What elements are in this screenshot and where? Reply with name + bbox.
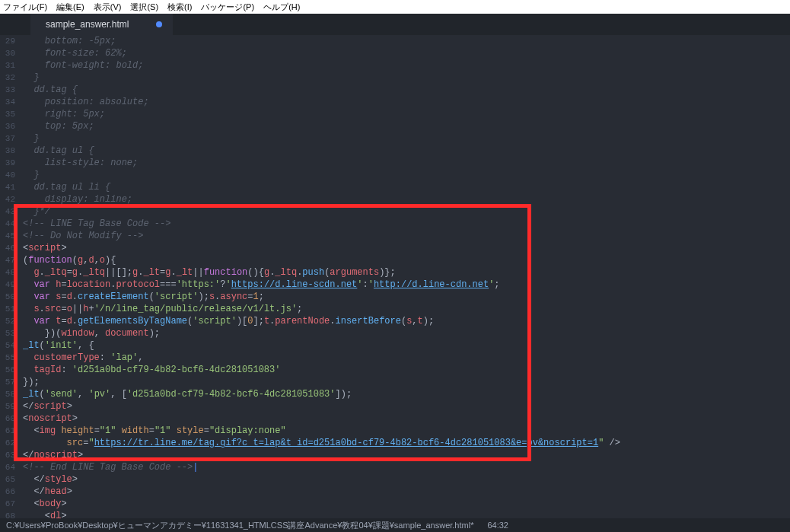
code-line[interactable]: customerType: 'lap', <box>23 352 790 364</box>
menu-view[interactable]: 表示(V) <box>94 2 122 13</box>
code-line[interactable]: g._ltq=g._ltq||[];g._lt=g._lt||function(… <box>23 266 790 279</box>
code-line[interactable]: <!-- Do Not Modify --> <box>23 230 790 242</box>
menu-help[interactable]: ヘルプ(H) <box>263 2 300 13</box>
code-line[interactable]: var t=d.getElementsByTagName('script')[0… <box>23 315 790 327</box>
line-number: 34 <box>0 96 18 108</box>
line-number: 58 <box>0 388 18 400</box>
line-number: 46 <box>0 242 18 254</box>
code-line[interactable]: _lt('init', { <box>23 339 790 352</box>
code-line[interactable]: })(window, document); <box>23 327 790 339</box>
code-line[interactable]: list-style: none; <box>23 157 790 169</box>
code-line[interactable]: }); <box>23 376 790 388</box>
code-line[interactable]: var s=d.createElement('script');s.async=… <box>23 291 790 303</box>
code-line[interactable]: <body> <box>23 498 790 510</box>
line-number: 64 <box>0 461 18 473</box>
code-line[interactable]: var h=location.protocol==='https:'?'http… <box>23 279 790 291</box>
line-number: 54 <box>0 339 18 352</box>
menu-select[interactable]: 選択(S) <box>130 2 158 13</box>
tab-sample-answer[interactable]: sample_answer.html <box>30 14 173 35</box>
code-line[interactable]: display: inline; <box>23 193 790 205</box>
code-line[interactable]: src="https://tr.line.me/tag.gif?c_t=lap&… <box>23 437 790 449</box>
line-number: 29 <box>0 35 18 47</box>
line-number: 44 <box>0 218 18 230</box>
editor[interactable]: 2930313233343536373839404142434445464748… <box>0 35 790 519</box>
tab-bar: sample_answer.html <box>0 14 790 35</box>
code-line[interactable]: bottom: -5px; <box>23 35 790 47</box>
line-number: 32 <box>0 72 18 84</box>
tab-modified-icon <box>156 21 162 27</box>
code-line[interactable]: tagId: 'd251a0bd-cf79-4b82-bcf6-4dc28105… <box>23 364 790 376</box>
menubar: ファイル(F) 編集(E) 表示(V) 選択(S) 検索(I) パッケージ(P)… <box>0 0 790 14</box>
code-line[interactable]: <img height="1" width="1" style="display… <box>23 425 790 437</box>
line-number: 52 <box>0 315 18 327</box>
code-line[interactable]: } <box>23 169 790 181</box>
line-number: 30 <box>0 47 18 59</box>
line-number: 41 <box>0 181 18 193</box>
status-bar: C:¥Users¥ProBook¥Desktop¥ヒューマンアカデミー¥1163… <box>0 518 790 532</box>
menu-file[interactable]: ファイル(F) <box>3 2 47 13</box>
tab-title: sample_answer.html <box>46 19 129 30</box>
code-line[interactable]: top: 5px; <box>23 120 790 132</box>
code-line[interactable]: }*/ <box>23 205 790 218</box>
line-number: 48 <box>0 266 18 279</box>
line-number: 60 <box>0 413 18 425</box>
line-number: 39 <box>0 157 18 169</box>
code-line[interactable]: position: absolute; <box>23 96 790 108</box>
line-number: 51 <box>0 303 18 315</box>
code-line[interactable]: dd.tag ul { <box>23 145 790 157</box>
code-line[interactable]: dd.tag { <box>23 84 790 96</box>
line-number: 33 <box>0 84 18 96</box>
line-number: 67 <box>0 498 18 510</box>
line-number: 62 <box>0 437 18 449</box>
code-line[interactable]: s.src=o||h+'/n/line_tag/public/release/v… <box>23 303 790 315</box>
line-number: 38 <box>0 145 18 157</box>
code-line[interactable]: (function(g,d,o){ <box>23 254 790 266</box>
line-number: 31 <box>0 59 18 72</box>
status-cursor-pos[interactable]: 64:32 <box>487 521 508 530</box>
code-line[interactable]: </script> <box>23 400 790 413</box>
line-number: 42 <box>0 193 18 205</box>
code-line[interactable]: font-size: 62%; <box>23 47 790 59</box>
line-number: 50 <box>0 291 18 303</box>
line-number: 49 <box>0 279 18 291</box>
code-line[interactable]: <!-- LINE Tag Base Code --> <box>23 218 790 230</box>
code-area[interactable]: bottom: -5px; font-size: 62%; font-weigh… <box>18 35 790 519</box>
line-number: 36 <box>0 120 18 132</box>
code-line[interactable]: </noscript> <box>23 449 790 461</box>
line-number: 43 <box>0 205 18 218</box>
line-number: 45 <box>0 230 18 242</box>
line-gutter: 2930313233343536373839404142434445464748… <box>0 35 18 519</box>
code-line[interactable]: } <box>23 132 790 145</box>
code-line[interactable]: } <box>23 72 790 84</box>
code-line[interactable]: _lt('send', 'pv', ['d251a0bd-cf79-4b82-b… <box>23 388 790 400</box>
code-line[interactable]: </head> <box>23 486 790 498</box>
line-number: 47 <box>0 254 18 266</box>
line-number: 63 <box>0 449 18 461</box>
code-line[interactable]: <!-- End LINE Tag Base Code -->| <box>23 461 790 473</box>
code-line[interactable]: font-weight: bold; <box>23 59 790 72</box>
line-number: 53 <box>0 327 18 339</box>
menu-packages[interactable]: パッケージ(P) <box>201 2 254 13</box>
menu-edit[interactable]: 編集(E) <box>56 2 84 13</box>
code-line[interactable]: </style> <box>23 473 790 486</box>
code-line[interactable]: dd.tag ul li { <box>23 181 790 193</box>
status-path[interactable]: C:¥Users¥ProBook¥Desktop¥ヒューマンアカデミー¥1163… <box>6 520 473 531</box>
line-number: 66 <box>0 486 18 498</box>
menu-search[interactable]: 検索(I) <box>167 2 192 13</box>
line-number: 57 <box>0 376 18 388</box>
line-number: 61 <box>0 425 18 437</box>
code-line[interactable]: <script> <box>23 242 790 254</box>
line-number: 40 <box>0 169 18 181</box>
line-number: 35 <box>0 108 18 120</box>
line-number: 59 <box>0 400 18 413</box>
code-line[interactable]: <noscript> <box>23 413 790 425</box>
line-number: 65 <box>0 473 18 486</box>
line-number: 56 <box>0 364 18 376</box>
line-number: 37 <box>0 132 18 145</box>
code-line[interactable]: right: 5px; <box>23 108 790 120</box>
line-number: 55 <box>0 352 18 364</box>
